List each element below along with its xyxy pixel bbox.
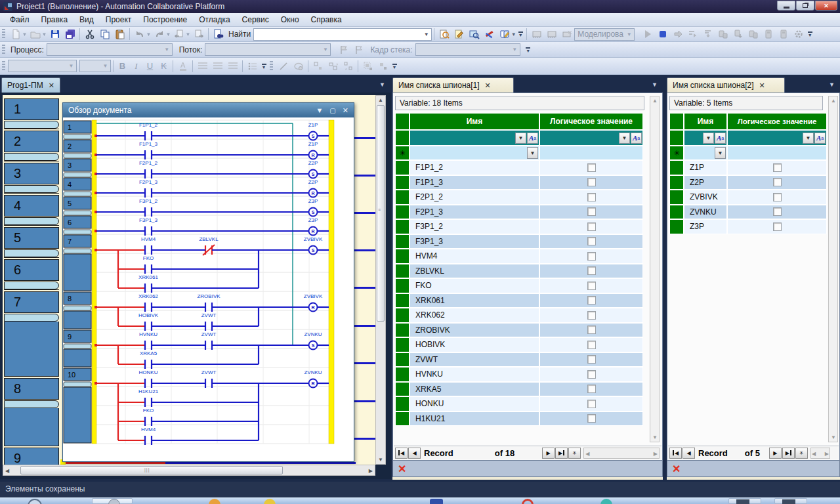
rung-number[interactable]: 5 [4, 227, 59, 249]
row-indicator[interactable] [395, 264, 410, 279]
row-indicator[interactable] [395, 278, 410, 293]
new-record-button[interactable]: ✳ [568, 448, 581, 459]
find-input[interactable] [254, 30, 421, 39]
row-indicator-header[interactable] [395, 113, 410, 130]
variable-name-cell[interactable]: H1KU21 [410, 411, 539, 427]
row-indicator[interactable] [669, 219, 684, 234]
table-row[interactable]: FKO [395, 278, 643, 293]
prev-record-button[interactable]: ◀ [408, 448, 421, 459]
value-checkbox[interactable] [587, 311, 596, 320]
table-row[interactable]: ZVWT [395, 352, 643, 368]
editor-hscroll-thumb[interactable] [20, 466, 283, 474]
variable-name-cell[interactable]: F3P1_2 [410, 219, 539, 234]
variable-value-cell[interactable] [539, 411, 643, 427]
value-checkbox[interactable] [773, 222, 782, 231]
variable-name-cell[interactable]: HOBIVK [410, 337, 539, 352]
start-debug-icon[interactable] [640, 28, 655, 41]
restore-button[interactable] [796, 1, 814, 10]
tools-icon[interactable] [482, 28, 497, 41]
taskbar-app-icon[interactable] [430, 499, 443, 504]
variable-value-cell[interactable] [539, 337, 643, 352]
variable-value-cell[interactable] [539, 308, 643, 323]
table-row[interactable]: F3P1_3 [395, 234, 643, 249]
tab-prog1[interactable]: Prog1-ПМ ✕ [1, 77, 60, 93]
variable-name-cell[interactable]: ZROBIVK [410, 323, 539, 338]
table-row[interactable]: Z2P [669, 175, 827, 190]
menu-item[interactable]: Сервис [236, 14, 275, 26]
value-checkbox[interactable] [587, 282, 596, 290]
find-combo-arrow-icon[interactable]: ▼ [421, 29, 431, 40]
delete-icon[interactable]: ✕ [672, 463, 681, 475]
book-edit-icon[interactable] [497, 28, 512, 41]
new-document-icon[interactable] [8, 28, 23, 41]
undo-dropdown-icon[interactable]: ▼ [146, 32, 152, 37]
filter-dropdown-icon[interactable]: ▼ [703, 133, 714, 144]
variable-value-cell[interactable] [539, 190, 643, 205]
spy1-vscrollbar[interactable]: ▲ ▼ [650, 96, 660, 442]
value-checkbox[interactable] [587, 326, 596, 334]
variable-name-cell[interactable]: XRKA5 [410, 382, 539, 397]
navigate-forward-icon[interactable] [191, 28, 206, 41]
table-row[interactable]: HVNKU [395, 367, 643, 382]
new-record-button[interactable]: ✳ [795, 448, 808, 459]
toolbar-overflow-icon[interactable]: ▼ [524, 43, 532, 56]
filter-dropdown-icon[interactable]: ▼ [619, 133, 630, 144]
new-row-dropdown-icon[interactable]: ▼ [527, 147, 538, 159]
variable-name-cell[interactable]: FKO [410, 278, 539, 293]
row-indicator[interactable] [395, 382, 410, 397]
navigate-back-icon[interactable] [171, 28, 186, 41]
filter-cell-value[interactable]: ▼ Aa [727, 130, 827, 146]
toolbar-grip[interactable] [270, 61, 273, 72]
stop-debug-icon[interactable] [655, 28, 670, 41]
row-indicator[interactable] [395, 323, 410, 338]
new-row-name-cell[interactable]: ▼ [410, 146, 539, 160]
new-row-dropdown-icon[interactable]: ▼ [715, 147, 726, 159]
menu-item[interactable]: Отладка [193, 14, 236, 26]
scroll-up-icon[interactable]: ▲ [831, 98, 836, 104]
thread-combobox[interactable]: ▼ [205, 43, 331, 56]
step-into-icon[interactable] [700, 28, 715, 41]
new-row[interactable]: ✳ ▼ [669, 146, 827, 160]
table-row[interactable]: HONKU [395, 396, 643, 411]
menu-item[interactable]: Окно [275, 14, 305, 26]
variable-value-cell[interactable] [727, 160, 827, 175]
value-checkbox[interactable] [587, 207, 596, 216]
scroll-left-icon[interactable]: ◀ [5, 468, 9, 474]
menu-item[interactable]: Правка [35, 14, 74, 26]
upload-target-icon[interactable] [730, 28, 746, 41]
table-row[interactable]: ZROBIVK [395, 323, 643, 338]
ungroup-icon[interactable] [375, 59, 390, 73]
rung-block[interactable]: 8 [4, 378, 59, 446]
row-indicator[interactable] [669, 160, 684, 175]
filter-cell-value[interactable]: ▼ Aa [539, 130, 643, 146]
row-indicator[interactable] [395, 160, 410, 175]
scroll-right-icon[interactable]: ▶ [369, 468, 373, 474]
open-icon[interactable] [28, 28, 43, 41]
scroll-down-icon[interactable]: ▼ [378, 457, 383, 463]
menu-item[interactable]: Вид [74, 14, 100, 26]
continue-icon[interactable] [670, 28, 685, 41]
row-indicator[interactable] [395, 293, 410, 308]
variable-name-cell[interactable]: ZVBIVK [684, 190, 727, 205]
filter-dropdown-icon[interactable]: ▼ [515, 133, 526, 144]
value-checkbox[interactable] [587, 266, 596, 275]
overview-dropdown-icon[interactable]: ▼ [316, 106, 323, 114]
display-search-icon[interactable] [467, 28, 482, 41]
save-icon[interactable] [47, 28, 62, 41]
step-over-icon[interactable] [685, 28, 700, 41]
find-combobox[interactable]: ▼ [253, 28, 432, 41]
table-row[interactable]: F2P1_2 [395, 190, 643, 205]
toolbar-overflow-icon[interactable]: ▼ [260, 60, 268, 73]
scroll-left-icon[interactable]: ◀ [585, 451, 589, 457]
flag-outline-icon[interactable] [351, 43, 366, 56]
taskbar-app-icon[interactable] [600, 499, 612, 504]
table-row[interactable]: F1P1_3 [395, 175, 643, 190]
scroll-left-icon[interactable]: ◀ [812, 451, 816, 457]
new-row-value-cell[interactable] [727, 146, 827, 160]
filter-condition-icon[interactable]: Aa [527, 133, 538, 144]
variable-value-cell[interactable] [539, 205, 643, 220]
align-objects-icon[interactable] [326, 59, 341, 73]
rung-block[interactable]: 7 [4, 291, 59, 377]
table-row[interactable]: Z1P [669, 160, 827, 175]
variable-name-cell[interactable]: ZVNKU [684, 205, 727, 220]
